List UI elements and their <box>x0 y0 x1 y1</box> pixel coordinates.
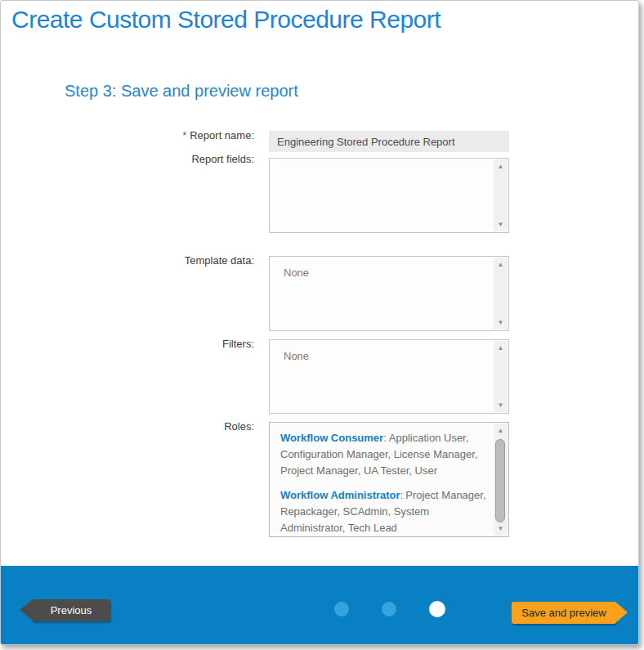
filters-textarea[interactable]: None ▲ ▼ <box>269 339 509 414</box>
report-fields-label: Report fields: <box>9 153 254 165</box>
role-group-name: Workflow Administrator <box>280 489 400 501</box>
save-and-preview-button[interactable]: Save and preview <box>512 602 616 624</box>
scroll-down-icon[interactable]: ▼ <box>494 522 508 536</box>
step-indicator <box>334 601 445 617</box>
step-indicator-dot <box>334 602 349 616</box>
previous-button[interactable]: Previous <box>32 599 110 621</box>
roles-scrollbar[interactable]: ▲ ▼ <box>494 424 508 536</box>
scroll-up-icon[interactable]: ▲ <box>494 159 508 173</box>
scroll-up-icon[interactable]: ▲ <box>494 258 508 271</box>
template-data-scrollbar[interactable]: ▲ ▼ <box>494 258 508 329</box>
report-fields-textarea[interactable]: ▲ ▼ <box>269 158 509 233</box>
previous-button-arrow-icon <box>20 599 33 621</box>
required-marker: * <box>183 130 187 141</box>
template-data-textarea[interactable]: None ▲ ▼ <box>269 256 509 331</box>
scroll-up-icon[interactable]: ▲ <box>494 424 508 437</box>
step-indicator-dot-active <box>429 601 445 617</box>
filters-scrollbar[interactable]: ▲ ▼ <box>494 341 508 412</box>
previous-button-label: Previous <box>51 604 92 616</box>
role-group: Workflow Consumer:Application User, Conf… <box>280 430 489 479</box>
step-indicator-dot <box>382 602 396 616</box>
step-heading: Step 3: Save and preview report <box>65 82 298 101</box>
role-group: Workflow Administrator:Project Manager, … <box>280 487 489 536</box>
scroll-up-icon[interactable]: ▲ <box>494 341 508 355</box>
report-name-input[interactable] <box>269 131 509 152</box>
roles-label: Roles: <box>9 420 254 433</box>
scroll-down-icon[interactable]: ▼ <box>494 217 508 231</box>
report-fields-scrollbar[interactable]: ▲ ▼ <box>494 159 508 231</box>
save-and-preview-button-label: Save and preview <box>521 607 606 619</box>
save-button-arrow-icon <box>615 602 628 623</box>
create-report-dialog: Create Custom Stored Procedure Report St… <box>0 0 639 645</box>
roles-listbox[interactable]: Workflow Consumer:Application User, Conf… <box>269 422 509 537</box>
role-separator: : <box>400 489 404 501</box>
report-name-label: *Report name: <box>9 129 254 141</box>
report-fields-value <box>270 159 494 232</box>
template-data-label: Template data: <box>9 254 254 267</box>
scroll-down-icon[interactable]: ▼ <box>494 398 508 412</box>
template-data-value: None <box>270 257 494 330</box>
page-title: Create Custom Stored Procedure Report <box>11 6 441 34</box>
filters-value: None <box>270 340 494 413</box>
scroll-down-icon[interactable]: ▼ <box>494 316 508 329</box>
roles-content: Workflow Consumer:Application User, Conf… <box>270 423 494 536</box>
wizard-footer: Previous Save and preview <box>1 566 638 644</box>
scrollbar-thumb[interactable] <box>495 439 505 522</box>
filters-label: Filters: <box>9 338 254 350</box>
role-group-name: Workflow Consumer <box>280 432 383 444</box>
role-separator: : <box>383 432 387 444</box>
report-name-label-text: Report name: <box>190 129 254 141</box>
